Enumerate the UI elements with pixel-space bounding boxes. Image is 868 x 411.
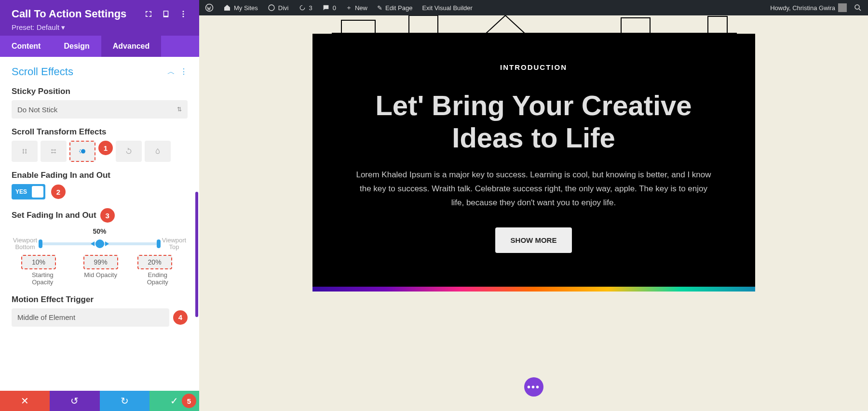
badge-2: 2 [51, 185, 66, 199]
effect-vertical[interactable] [12, 141, 38, 162]
scrollbar[interactable] [195, 192, 198, 317]
preset-selector[interactable]: Preset: Default ▾ [12, 23, 188, 32]
tab-content[interactable]: Content [0, 36, 52, 57]
hero-paragraph: Lorem Khaled Ipsum is a major key to suc… [356, 168, 712, 210]
caret-icon: ⇅ [177, 106, 182, 113]
mid-opacity-input[interactable]: 99% [83, 255, 118, 269]
badge-3: 3 [100, 208, 115, 223]
avatar [838, 3, 847, 12]
start-opacity-label: Starting Opacity [21, 271, 64, 286]
motion-trigger-value: Middle of Element [17, 313, 75, 321]
svg-point-6 [80, 152, 81, 153]
fade-slider[interactable] [41, 242, 159, 245]
settings-sidebar: Call To Action Settings Preset: Default … [0, 0, 199, 411]
sticky-value: Do Not Stick [17, 106, 57, 114]
my-sites-link[interactable]: My Sites [223, 4, 258, 12]
mid-percent: 50% [12, 227, 188, 235]
howdy-user[interactable]: Howdy, Christina Gwira [770, 3, 847, 12]
svg-point-9 [855, 5, 859, 9]
sticky-label: Sticky Position [12, 87, 188, 96]
sticky-select[interactable]: Do Not Stick ⇅ [12, 100, 188, 119]
viewport-top-label: Viewport Top [161, 237, 188, 251]
svg-rect-13 [621, 18, 650, 33]
updates-link[interactable]: 3 [298, 4, 312, 12]
section-title[interactable]: Scroll Effects [12, 66, 73, 78]
settings-body: Scroll Effects ︿ ⋮ Sticky Position Do No… [0, 57, 199, 391]
svg-point-8 [269, 5, 274, 11]
transform-label: Scroll Transform Effects [12, 127, 188, 137]
start-opacity-input[interactable]: 10% [21, 255, 56, 269]
edit-page-link[interactable]: ✎ Edit Page [377, 4, 412, 12]
more-icon[interactable] [179, 10, 188, 18]
svg-point-7 [206, 4, 213, 12]
hero-heading: Let' Bring Your Creative Ideas to Life [356, 90, 712, 154]
set-fading-label: Set Fading In and Out [12, 211, 96, 220]
enable-fading-label: Enable Fading In and Out [12, 171, 188, 180]
tab-advanced[interactable]: Advanced [101, 36, 161, 57]
effect-blur[interactable] [145, 141, 171, 162]
slider-handle-start[interactable] [39, 239, 42, 248]
section-more-icon[interactable]: ⋮ [180, 67, 188, 77]
redo-button[interactable]: ↻ [100, 391, 149, 411]
mid-opacity-label: Mid Opacity [83, 271, 118, 279]
motion-trigger-label: Motion Effect Trigger [12, 295, 188, 305]
tablet-icon[interactable] [162, 10, 170, 18]
svg-point-2 [183, 16, 184, 17]
exit-builder-link[interactable]: Exit Visual Builder [422, 4, 473, 12]
svg-rect-12 [409, 15, 438, 33]
effect-rotate[interactable] [116, 141, 142, 162]
effect-horizontal[interactable] [41, 141, 67, 162]
comments-link[interactable]: 0 [322, 4, 336, 12]
tab-design[interactable]: Design [52, 36, 101, 57]
page-preview: INTRODUCTION Let' Bring Your Creative Id… [199, 15, 868, 411]
save-button[interactable]: ✓ 5 [149, 391, 199, 411]
end-opacity-label: Ending Opacity [137, 271, 178, 286]
new-link[interactable]: ＋ New [346, 3, 367, 12]
svg-point-4 [80, 149, 81, 150]
settings-tabs: Content Design Advanced [0, 36, 199, 57]
illustration-strip [312, 16, 755, 34]
svg-point-1 [183, 13, 184, 15]
badge-4: 4 [173, 310, 188, 325]
badge-1: 1 [98, 141, 113, 155]
wp-logo-icon[interactable] [205, 3, 214, 12]
search-icon[interactable] [854, 3, 862, 12]
cancel-button[interactable]: ✕ [0, 391, 50, 411]
enable-fading-toggle[interactable]: YES [12, 184, 45, 199]
cta-section: INTRODUCTION Let' Bring Your Creative Id… [312, 34, 755, 287]
gradient-bar [312, 287, 755, 292]
wp-adminbar: My Sites Divi 3 0 ＋ New ✎ Edit Page Exit… [199, 0, 868, 15]
effect-fade[interactable] [69, 141, 95, 162]
badge-5: 5 [182, 394, 196, 408]
slider-handle-mid[interactable] [95, 239, 104, 248]
panel-title: Call To Action Settings [12, 8, 126, 20]
collapse-icon[interactable]: ︿ [167, 67, 175, 77]
show-more-button[interactable]: SHOW MORE [495, 227, 572, 253]
svg-point-5 [79, 151, 80, 152]
svg-rect-14 [708, 16, 727, 33]
svg-point-0 [183, 11, 184, 12]
expand-icon[interactable] [144, 10, 153, 18]
end-opacity-input[interactable]: 20% [137, 255, 172, 269]
svg-rect-11 [341, 20, 375, 33]
divi-link[interactable]: Divi [268, 4, 289, 12]
svg-point-3 [81, 149, 85, 154]
slider-handle-end[interactable] [157, 239, 161, 248]
module-options-fab[interactable]: ••• [524, 377, 543, 397]
viewport-bottom-label: Viewport Bottom [12, 237, 39, 251]
intro-text: INTRODUCTION [356, 63, 712, 71]
sidebar-footer: ✕ ↺ ↻ ✓ 5 [0, 391, 199, 411]
motion-trigger-select[interactable]: Middle of Element [12, 308, 169, 327]
undo-button[interactable]: ↺ [50, 391, 99, 411]
sidebar-header: Call To Action Settings Preset: Default … [0, 0, 199, 36]
